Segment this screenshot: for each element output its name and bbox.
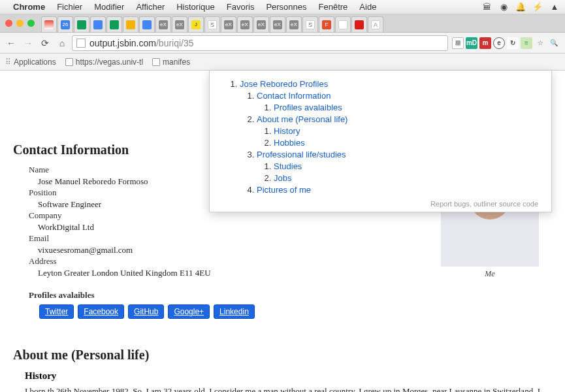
zoom-window-button[interactable] [27, 20, 35, 27]
forward-button[interactable]: → [21, 36, 35, 50]
menubar-status-icons: 🏛 ◉ 🔔 ⚡ ▲ [481, 2, 560, 12]
extension-icon[interactable]: m [479, 37, 491, 49]
bookmark-star-icon[interactable]: ☆ [534, 37, 546, 49]
status-icon[interactable]: ▲ [549, 2, 560, 12]
outline-link-about[interactable]: About me (Personal life) [257, 114, 347, 124]
outline-link-root[interactable]: Jose Reboredo Profiles [240, 79, 328, 89]
extension-icon[interactable]: mD [466, 37, 477, 49]
page-icon [76, 39, 86, 48]
search-icon[interactable]: 🔍 [548, 37, 560, 49]
outline-link-pictures[interactable]: Pictures of me [257, 185, 311, 195]
home-button[interactable]: ⌂ [55, 36, 69, 50]
outline-link-professional[interactable]: Professional life/studies [257, 150, 346, 159]
url-host: output.jsbin.com [89, 38, 156, 48]
extension-icons: ⊞ mD m e ↻ ≡ ☆ 🔍 [451, 37, 561, 49]
address-bar[interactable]: output.jsbin.com/buriqi/35 [72, 35, 448, 51]
browser-tab[interactable]: eX [221, 16, 236, 32]
status-icon[interactable]: ⚡ [532, 2, 543, 12]
outline-extension-icon[interactable]: ≡ [521, 37, 532, 49]
menu-modifier[interactable]: Modifier [94, 2, 124, 12]
status-icon[interactable]: ◉ [498, 2, 509, 12]
browser-tab[interactable] [106, 16, 122, 32]
browser-tab[interactable] [41, 16, 57, 32]
github-link[interactable]: GitHub [128, 304, 164, 319]
history-text: I born th 26th November 1982. So, I am 3… [25, 385, 540, 392]
outline-dropdown: Jose Reboredo Profiles Contact Informati… [209, 71, 552, 212]
source-code-link[interactable]: outliner source code [474, 200, 538, 208]
close-window-button[interactable] [5, 20, 12, 27]
browser-tab[interactable] [139, 16, 155, 32]
browser-tab[interactable]: A [368, 16, 383, 32]
profile-links: Twitter Facebook GitHub Google+ Linkedin [39, 304, 552, 319]
browser-tab[interactable]: S [302, 16, 318, 32]
bookmarks-bar: ⠿Applications https://vegas.univ-tl mani… [0, 54, 565, 71]
history-heading: History [25, 370, 552, 382]
status-icon[interactable]: 🏛 [481, 2, 492, 12]
browser-tab[interactable] [123, 16, 138, 32]
minimize-window-button[interactable] [16, 20, 24, 27]
browser-tab[interactable]: J [188, 16, 204, 32]
browser-tab[interactable]: 26 [57, 16, 73, 32]
browser-tab[interactable]: eX [253, 16, 269, 32]
outline-link-profiles[interactable]: Profiles avalaibles [274, 103, 342, 112]
chrome-toolbar: ← → ⟳ ⌂ output.jsbin.com/buriqi/35 ⊞ mD … [0, 33, 565, 54]
app-menu[interactable]: Chrome [13, 2, 45, 12]
menu-fichier[interactable]: Fichier [57, 2, 82, 12]
browser-tab[interactable]: eX [172, 16, 187, 32]
outline-link-contact[interactable]: Contact Information [257, 91, 331, 101]
browser-tab[interactable]: eX [270, 16, 285, 32]
browser-tab[interactable] [90, 16, 106, 32]
back-button[interactable]: ← [4, 36, 18, 50]
menu-favoris[interactable]: Favoris [227, 2, 255, 12]
browser-tab[interactable]: S [204, 16, 220, 32]
browser-tab[interactable]: eX [237, 16, 253, 32]
menu-aide[interactable]: Aide [359, 2, 376, 12]
facebook-link[interactable]: Facebook [78, 304, 124, 319]
macos-menubar: Chrome Fichier Modifier Afficher Histori… [0, 0, 565, 14]
browser-tab[interactable] [351, 16, 367, 32]
apps-button[interactable]: ⠿Applications [5, 57, 56, 67]
report-bugs-link[interactable]: Report bugs [430, 200, 470, 208]
profiles-heading: Profiles avalaibles [29, 290, 552, 301]
notification-icon[interactable]: 🔔 [515, 2, 526, 12]
outline-link-jobs[interactable]: Jobs [274, 173, 291, 183]
linkedin-link[interactable]: Linkedin [214, 304, 255, 319]
extension-icon[interactable]: e [493, 37, 505, 49]
googleplus-link[interactable]: Google+ [168, 304, 210, 319]
chrome-tab-strip: 26 eX eX J S eX eX eX eX eX S F A [0, 14, 565, 33]
extension-icon[interactable]: ↻ [507, 37, 519, 49]
url-path: /buriqi/35 [156, 38, 194, 48]
window-controls [5, 20, 35, 27]
outline-link-hobbies[interactable]: Hobbies [274, 138, 305, 148]
browser-tab[interactable] [335, 16, 351, 32]
twitter-link[interactable]: Twitter [39, 304, 74, 319]
browser-tab[interactable]: eX [286, 16, 302, 32]
menu-fenetre[interactable]: Fenêtre [319, 2, 348, 12]
outline-link-history[interactable]: History [274, 126, 300, 136]
about-heading: About me (Personal life) [13, 348, 552, 363]
browser-tab[interactable] [74, 16, 89, 32]
menu-afficher[interactable]: Afficher [136, 2, 165, 12]
menu-historique[interactable]: Historique [176, 2, 215, 12]
browser-tab[interactable]: F [319, 16, 334, 32]
bookmark-item[interactable]: manifes [152, 57, 190, 67]
outline-footer: Report bugs, outliner source code [223, 200, 538, 208]
menu-personnes[interactable]: Personnes [266, 2, 306, 12]
extension-icon[interactable]: ⊞ [452, 37, 464, 49]
bookmark-item[interactable]: https://vegas.univ-tl [65, 57, 143, 67]
photo-caption: Me [441, 269, 539, 279]
outline-link-studies[interactable]: Studies [274, 161, 302, 171]
browser-tab[interactable]: eX [155, 16, 171, 32]
reload-button[interactable]: ⟳ [38, 36, 52, 50]
